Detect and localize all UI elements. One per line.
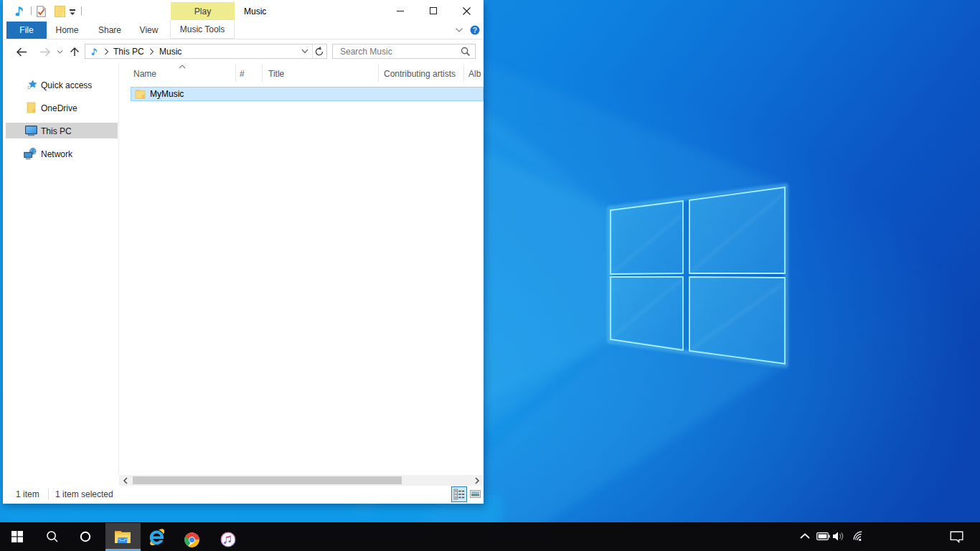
- svg-text:?: ?: [473, 26, 477, 34]
